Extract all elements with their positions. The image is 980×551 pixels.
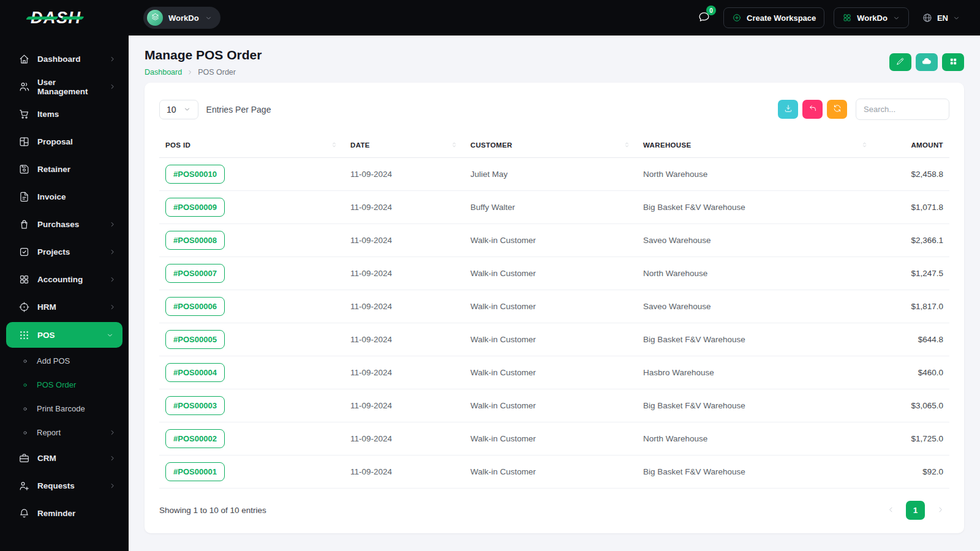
undo-icon [808, 103, 818, 115]
customer-cell: Walk-in Customer [464, 422, 637, 455]
amount-cell: $3,065.0 [875, 389, 949, 422]
sidebar-item-proposal[interactable]: Proposal [0, 128, 129, 156]
customer-cell: Walk-in Customer [464, 224, 637, 257]
layout-board-icon [18, 136, 30, 148]
sidebar-item-report[interactable]: Report [0, 421, 129, 444]
chevron-right-icon [186, 69, 194, 76]
sidebar-item-projects[interactable]: Projects [0, 238, 129, 266]
search-input[interactable] [856, 99, 949, 120]
reset-button[interactable] [802, 100, 823, 119]
cloud-export-button[interactable] [916, 53, 938, 71]
sidebar-item-label: Invoice [37, 192, 66, 201]
warehouse-cell: North Warehouse [637, 158, 875, 191]
layout-grid-icon [18, 274, 30, 285]
pos-id-badge[interactable]: #POS00010 [165, 165, 225, 184]
pos-id-badge[interactable]: #POS00001 [165, 462, 225, 481]
sidebar-item-pos[interactable]: POS [6, 322, 123, 348]
sidebar-item-invoice[interactable]: Invoice [0, 183, 129, 211]
sidebar-item-hrm[interactable]: HRM [0, 293, 129, 321]
home-icon [18, 53, 30, 65]
table-row: #POS0000711-09-2024Walk-in CustomerNorth… [159, 257, 949, 290]
sidebar-item-label: Report [37, 428, 61, 437]
chevron-right-icon [108, 220, 116, 228]
sidebar-item-items[interactable]: Items [0, 100, 129, 128]
sidebar-item-print-barcode[interactable]: Print Barcode [0, 397, 129, 421]
sidebar-item-user-management[interactable]: User Management [0, 73, 129, 100]
chevron-right-icon [108, 454, 116, 462]
next-page-button[interactable] [931, 501, 949, 520]
language-label: EN [937, 13, 948, 23]
point-icon [21, 429, 29, 437]
table-row: #POS0000111-09-2024Walk-in CustomerBig B… [159, 455, 949, 489]
users-icon [18, 81, 30, 92]
warehouse-cell: North Warehouse [637, 422, 875, 455]
warehouse-cell: Big Basket F&V Warehouse [637, 191, 875, 224]
amount-cell: $2,366.1 [875, 224, 949, 257]
sidebar-item-retainer[interactable]: Retainer [0, 156, 129, 183]
download-button[interactable] [778, 100, 798, 119]
pos-id-badge[interactable]: #POS00004 [165, 363, 225, 382]
workspace-menu-button[interactable]: WorkDo [834, 7, 909, 28]
amount-cell: $2,458.8 [875, 158, 949, 191]
entries-select[interactable]: 10 [159, 100, 198, 119]
pos-id-badge[interactable]: #POS00008 [165, 231, 225, 250]
grid-icon [949, 57, 958, 68]
chevron-down-icon [205, 14, 213, 22]
column-date[interactable]: DATE [344, 132, 464, 158]
sidebar-item-label: POS [37, 331, 55, 340]
shopping-cart-icon [18, 108, 30, 120]
workspace-switcher[interactable]: WorkDo [143, 7, 221, 29]
create-workspace-button[interactable]: Create Workspace [723, 7, 824, 28]
pos-id-badge[interactable]: #POS00003 [165, 396, 225, 415]
sidebar-item-purchases[interactable]: Purchases [0, 211, 129, 238]
sidebar-item-label: Dashboard [37, 54, 81, 64]
column-customer[interactable]: CUSTOMER [464, 132, 637, 158]
date-cell: 11-09-2024 [344, 224, 464, 257]
sidebar-item-add-pos[interactable]: Add POS [0, 349, 129, 373]
barcode-grid-button[interactable] [942, 53, 964, 71]
pencil-icon [895, 56, 905, 68]
pos-id-badge[interactable]: #POS00002 [165, 429, 225, 448]
pos-id-badge[interactable]: #POS00006 [165, 297, 225, 316]
app-root: DASH DashboardUser ManagementItemsPropos… [0, 0, 980, 551]
sidebar-item-requests[interactable]: Requests [0, 472, 129, 500]
pos-table-body: #POS0001011-09-2024Juliet MayNorth Wareh… [159, 158, 949, 489]
chevron-down-icon [106, 331, 114, 339]
sidebar-item-dashboard[interactable]: Dashboard [0, 45, 129, 73]
customer-cell: Walk-in Customer [464, 389, 637, 422]
sidebar-item-pos-order[interactable]: POS Order [0, 373, 129, 397]
date-cell: 11-09-2024 [344, 158, 464, 191]
sidebar-item-label: Accounting [37, 275, 83, 284]
previous-page-button[interactable] [881, 501, 900, 520]
date-cell: 11-09-2024 [344, 323, 464, 356]
file-invoice-icon [18, 191, 30, 203]
pos-id-badge[interactable]: #POS00005 [165, 330, 225, 349]
pos-id-badge[interactable]: #POS00009 [165, 198, 225, 217]
edit-pos-button[interactable] [889, 53, 911, 71]
sidebar-item-reminder[interactable]: Reminder [0, 500, 129, 527]
app-logo[interactable]: DASH [0, 0, 129, 36]
bell-icon [18, 508, 30, 519]
sidebar-item-crm[interactable]: CRM [0, 444, 129, 472]
column-warehouse[interactable]: WAREHOUSE [637, 132, 875, 158]
chevron-right-icon [108, 276, 116, 283]
sidebar-item-label: Projects [37, 247, 70, 257]
column-amount[interactable]: AMOUNT [875, 132, 949, 158]
workspace-menu-label: WorkDo [857, 13, 888, 23]
page-number-button[interactable]: 1 [906, 501, 925, 520]
table-footer: Showing 1 to 10 of 10 entries 1 [159, 501, 949, 520]
point-icon [21, 405, 29, 413]
breadcrumb-dashboard-link[interactable]: Dashboard [145, 68, 182, 77]
warehouse-cell: Hasbro Warehouse [637, 356, 875, 389]
refresh-button[interactable] [827, 100, 847, 119]
sidebar-item-accounting[interactable]: Accounting [0, 266, 129, 293]
sidebar-item-label: HRM [37, 302, 56, 312]
sort-icon [330, 141, 338, 149]
sidebar-item-label: Add POS [37, 356, 70, 365]
pos-id-badge[interactable]: #POS00007 [165, 264, 225, 283]
checkbox-icon [18, 246, 30, 258]
language-selector[interactable]: EN [918, 12, 964, 24]
messages-button[interactable]: 0 [693, 7, 714, 28]
column-pos-id[interactable]: POS ID [159, 132, 344, 158]
toolbar-right [778, 99, 949, 120]
